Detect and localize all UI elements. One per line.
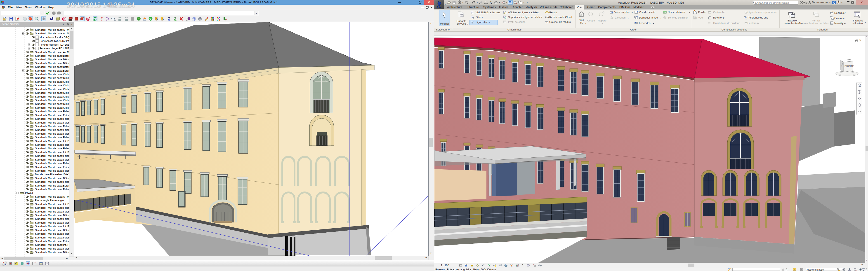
svg-text:Standard - Mur de base:Faien: Standard - Mur de base:Faien (35, 114, 69, 116)
svg-text:Standard - Mur de base:Faien: Standard - Mur de base:Faien (35, 247, 69, 250)
svg-text:Standard - Mur de base:Bétor: Standard - Mur de base:Bétor (35, 62, 69, 65)
svg-text:Standard - Mur de base:Clois: Standard - Mur de base:Clois (35, 106, 69, 109)
svg-text:Standard - Mur de base:Clois: Standard - Mur de base:Clois (35, 92, 69, 94)
svg-text:Standard - Mur de base:Faien: Standard - Mur de base:Faien (35, 158, 69, 161)
svg-text:Standard - Mur de base:Bétor: Standard - Mur de base:Bétor (35, 58, 69, 61)
svg-text:Standard - Mur de base:Faien: Standard - Mur de base:Faien (35, 188, 69, 191)
svg-text:Standard - Mur de base:Clois: Standard - Mur de base:Clois (35, 99, 69, 102)
svg-text:Standard - Mur de base:Faien: Standard - Mur de base:Faien (35, 155, 69, 157)
svg-text:Standard - Mur de base:Faien: Standard - Mur de base:Faien (35, 121, 69, 124)
svg-text:Standard - Mur de base:A - M: Standard - Mur de base:A - M (35, 51, 69, 54)
svg-text:Standard - Mur de base:Faien: Standard - Mur de base:Faien (35, 206, 69, 209)
svg-text:Pierre angle:Pierre angle: Pierre angle:Pierre angle (35, 199, 64, 202)
svg-text:Standard - Mur de base:Bétor: Standard - Mur de base:Bétor (35, 177, 69, 179)
svg-text:Standard - Mur de base:Faien: Standard - Mur de base:Faien (35, 169, 69, 172)
svg-text:Mur de base:Placo+Iso 160+2: Mur de base:Placo+Iso 160+2 (35, 173, 69, 176)
svg-text:Standard - Mur de base:Bétor: Standard - Mur de base:Bétor (35, 229, 69, 232)
svg-text:Standard - Mur de base:Faien: Standard - Mur de base:Faien (35, 162, 69, 165)
svg-text:Standard - Mur de base:Faien: Standard - Mur de base:Faien (35, 136, 69, 139)
svg-text:Standard - Mur de base:A - M: Standard - Mur de base:A - M (35, 29, 69, 31)
svg-text:Standard - Mur de base:Faien: Standard - Mur de base:Faien (35, 147, 69, 150)
svg-text:Standard - Mur de base:Clois: Standard - Mur de base:Clois (35, 95, 69, 98)
svg-text:Standard - Mur de base:Clois: Standard - Mur de base:Clois (35, 80, 69, 83)
svg-text:Standard - Mur de base:Faien: Standard - Mur de base:Faien (35, 117, 69, 120)
svg-text:A: A (490, 1, 492, 4)
svg-text:Standard - Mur de base:Faien: Standard - Mur de base:Faien (35, 240, 69, 242)
svg-text:DROITE: DROITE (844, 65, 854, 68)
svg-text:Standard - Mur de base:A - M: Standard - Mur de base:A - M (35, 195, 69, 198)
svg-text:Standard - Mur de base:Int. Pl: Standard - Mur de base:Int. Pl (35, 151, 69, 154)
svg-text:Standard - Mur de base:Faien: Standard - Mur de base:Faien (35, 129, 69, 131)
svg-text:Standard - Mur de base:Bétor: Standard - Mur de base:Bétor (35, 69, 69, 72)
svg-text:Fenetre-college-RDJ-SUD:: Fenetre-college-RDJ-SUD: (39, 47, 69, 50)
svg-text:Standard - Mur de base:Int. Pl: Standard - Mur de base:Int. Pl (35, 243, 69, 246)
svg-text:Standard - Mur de base:Int. Pl: Standard - Mur de base:Int. Pl (35, 203, 69, 205)
svg-text:Standard - Mur de base:Faien: Standard - Mur de base:Faien (35, 221, 69, 224)
svg-text:Standard - Mur de base:Int. Pl: Standard - Mur de base:Int. Pl (35, 225, 69, 228)
svg-text:Standard - Mur de base:Faien: Standard - Mur de base:Faien (35, 217, 69, 220)
svg-text:Standard - Mur de base:A - M: Standard - Mur de base:A - M (35, 32, 69, 35)
svg-text:Standard - Mur de base:Int. Pl: Standard - Mur de base:Int. Pl (35, 140, 69, 142)
svg-text:Standard - Mur de base:Faien: Standard - Mur de base:Faien (35, 166, 69, 168)
svg-text:Standard - Mur de base:Faien: Standard - Mur de base:Faien (35, 132, 69, 135)
svg-text:Standard - Mur de base:Bétor: Standard - Mur de base:Bétor (35, 55, 69, 57)
svg-text:Standard - Mur de base:Clois: Standard - Mur de base:Clois (35, 76, 69, 79)
svg-text:Mur de base:A - Mur BRQ: Mur de base:A - Mur BRQ (39, 36, 69, 39)
svg-text:Standard - Mur de base:Faien: Standard - Mur de base:Faien (35, 236, 69, 239)
svg-text:IfcWall: IfcWall (25, 192, 33, 194)
svg-text:Standard - Mur de base:Clois: Standard - Mur de base:Clois (35, 73, 69, 76)
svg-text:Standard - Mur de base:Clois: Standard - Mur de base:Clois (35, 84, 69, 87)
svg-text:Standard - Mur de base:Faien: Standard - Mur de base:Faien (35, 110, 69, 113)
svg-text:Standard - Mur de base:Faien: Standard - Mur de base:Faien (35, 125, 69, 128)
svg-text:Standard - Mur de base:Faien: Standard - Mur de base:Faien (35, 210, 69, 213)
svg-text:Fenetre-college-RDJ-SUD:: Fenetre-college-RDJ-SUD: (39, 43, 69, 46)
svg-text:2: 2 (207, 17, 208, 19)
svg-text:Standard - Mur de base:Clois: Standard - Mur de base:Clois (35, 88, 69, 91)
svg-text:Standard - Mur de base:Bétor: Standard - Mur de base:Bétor (35, 251, 69, 253)
svg-text:Standard - Mur de base:Bétor: Standard - Mur de base:Bétor (35, 214, 69, 216)
svg-text:Standard - Mur de base:Bétor: Standard - Mur de base:Bétor (35, 66, 69, 68)
svg-text:Standard - Mur de base:Faien: Standard - Mur de base:Faien (35, 180, 69, 183)
svg-text:Standard - Mur de base:Faien: Standard - Mur de base:Faien (35, 143, 69, 146)
svg-text:Porte Acces SUD RDJ:Porte: Porte Acces SUD RDJ:Porte (39, 39, 69, 42)
svg-text:Standard - Mur de base:Clois: Standard - Mur de base:Clois (35, 103, 69, 105)
svg-text:Standard - Mur de base:Bétor: Standard - Mur de base:Bétor (35, 184, 69, 187)
svg-text:Standard - Mur de base:Faien: Standard - Mur de base:Faien (35, 232, 69, 235)
